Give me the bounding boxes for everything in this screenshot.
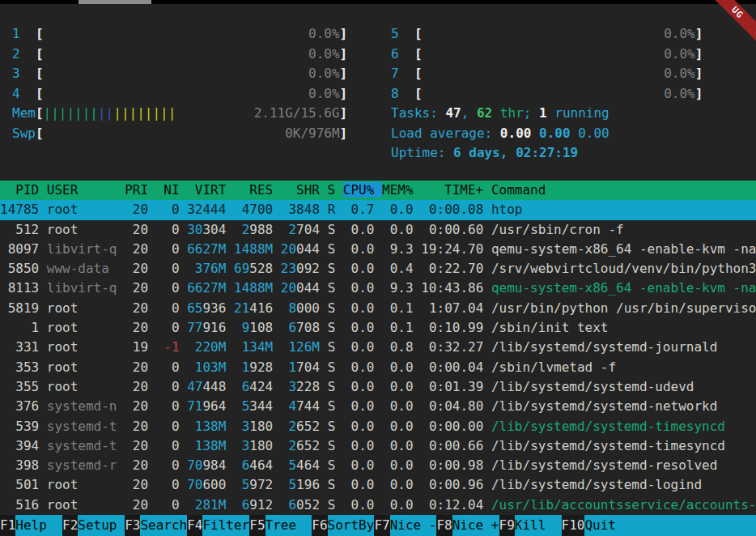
fkey-f5-tree[interactable]: F5Tree: [249, 515, 312, 536]
cpu-meter-6: 6 [ 0.0%]: [391, 45, 703, 65]
top-bar: [0, 0, 756, 4]
process-row-1[interactable]: 1 root 20 0 77916 9108 6708 S 0.0 0.1 0:…: [0, 318, 756, 338]
cpu-meter-2: 2 [ 0.0%]: [12, 45, 347, 65]
fkey-action-label: Setup: [78, 515, 125, 536]
fkey-key-label: F9: [499, 515, 515, 536]
process-row-8113[interactable]: 8113 libvirt-q 20 0 6627M 1488M 20044 S …: [0, 279, 756, 298]
htop-screen: UG 1 [ 0.0%]2 [ 0.0%]3 [ 0.0%]4 [ 0.0%]M…: [0, 0, 756, 536]
tab-indicator[interactable]: [79, 0, 151, 4]
uptime: Uptime: 6 days, 02:27:19: [391, 143, 703, 164]
fkey-f1-help[interactable]: F1Help: [0, 515, 62, 536]
tasks-summary: Tasks: 47, 62 thr; 1 running: [391, 104, 703, 124]
fkey-bar-filler: [616, 515, 756, 536]
column-headers-right[interactable]: MEM% TIME+ Command: [382, 182, 546, 198]
cpu-stats-meters-right: 5 [ 0.0%]6 [ 0.0%]7 [ 0.0%]8 [ 0.0%]Task…: [391, 24, 703, 164]
fkey-key-label: F10: [562, 515, 585, 536]
process-row-331[interactable]: 331 root 19 -1 220M 134M 126M S 0.0 0.8 …: [0, 338, 756, 357]
process-row-376[interactable]: 376 systemd-n 20 0 71964 5344 4744 S 0.0…: [0, 397, 756, 416]
debug-ribbon: UG: [701, 0, 756, 49]
process-row-355[interactable]: 355 root 20 0 47448 6424 3228 S 0.0 0.0 …: [0, 377, 756, 397]
fkey-key-label: F7: [374, 515, 389, 536]
fkey-key-label: F8: [436, 515, 452, 536]
debug-ribbon-text: UG: [729, 5, 745, 21]
process-row-394[interactable]: 394 systemd-t 20 0 138M 3180 2652 S 0.0 …: [0, 436, 756, 456]
process-row-398[interactable]: 398 systemd-r 20 0 70984 6464 5464 S 0.0…: [0, 456, 756, 475]
process-row-5819[interactable]: 5819 root 20 0 65936 21416 8000 S 0.0 0.…: [0, 299, 756, 318]
fkey-key-label: F4: [187, 515, 202, 536]
fkey-f4-filter[interactable]: F4Filter: [187, 515, 249, 536]
process-row-539[interactable]: 539 systemd-t 20 0 138M 3180 2652 S 0.0 …: [0, 417, 756, 436]
fkey-action-label: Nice -: [390, 515, 437, 536]
fkey-action-label: Tree: [265, 515, 312, 536]
swap-meter: Swp[ 0K/976M]: [12, 124, 347, 144]
fkey-key-label: F6: [312, 515, 327, 536]
process-row-8097[interactable]: 8097 libvirt-q 20 0 6627M 1488M 20044 S …: [0, 240, 756, 259]
process-row-353[interactable]: 353 root 20 0 103M 1928 1704 S 0.0 0.0 0…: [0, 358, 756, 377]
fkey-action-label: Kill: [515, 515, 562, 536]
fkey-f9-kill[interactable]: F9Kill: [499, 515, 562, 536]
cpu-meter-7: 7 [ 0.0%]: [391, 64, 703, 84]
fkey-action-label: Search: [140, 515, 187, 536]
cpu-meter-5: 5 [ 0.0%]: [391, 24, 703, 45]
fkey-f7-nice-minus[interactable]: F7Nice -: [374, 515, 436, 536]
load-average: Load average: 0.00 0.00 0.00: [391, 124, 703, 144]
cpu-meter-8: 8 [ 0.0%]: [391, 84, 703, 104]
fkey-f8-nice-plus[interactable]: F8Nice +: [436, 515, 499, 536]
fkey-action-label: Nice +: [452, 515, 499, 536]
function-key-bar: F1Help F2Setup F3SearchF4FilterF5Tree F6…: [0, 515, 756, 536]
process-table-header: PID USER PRI NI VIRT RES SHR S CPU% MEM%…: [0, 181, 756, 200]
fkey-f10-quit[interactable]: F10Quit: [562, 515, 616, 536]
fkey-key-label: F1: [0, 515, 15, 536]
fkey-action-label: Filter: [202, 515, 249, 536]
fkey-key-label: F2: [62, 515, 78, 536]
fkey-key-label: F3: [125, 515, 140, 536]
fkey-action-label: Quit: [584, 515, 616, 536]
cpu-meter-4: 4 [ 0.0%]: [12, 84, 347, 104]
process-row-14785[interactable]: 14785 root 20 0 32444 4700 3848 R 0.7 0.…: [0, 200, 756, 219]
cpu-memory-meters-left: 1 [ 0.0%]2 [ 0.0%]3 [ 0.0%]4 [ 0.0%]Mem[…: [12, 24, 347, 143]
fkey-action-label: SortBy: [328, 515, 375, 536]
process-table: PID USER PRI NI VIRT RES SHR S CPU% MEM%…: [0, 181, 756, 515]
sort-column-cpu[interactable]: CPU%: [343, 182, 382, 198]
fkey-action-label: Help: [15, 515, 62, 536]
column-headers[interactable]: PID USER PRI NI VIRT RES SHR S: [0, 182, 343, 198]
process-row-516[interactable]: 516 root 20 0 281M 6912 6052 S 0.0 0.0 0…: [0, 496, 756, 515]
fkey-f6-sortby[interactable]: F6SortBy: [312, 515, 374, 536]
process-row-512[interactable]: 512 root 20 0 30304 2988 2704 S 0.0 0.0 …: [0, 220, 756, 240]
memory-meter: Mem[||||||||||||||||| 2.11G/15.6G]: [12, 104, 347, 124]
fkey-f3-search[interactable]: F3Search: [125, 515, 187, 536]
fkey-key-label: F5: [249, 515, 265, 536]
process-row-501[interactable]: 501 root 20 0 70600 5972 5196 S 0.0 0.0 …: [0, 475, 756, 495]
fkey-f2-setup[interactable]: F2Setup: [62, 515, 125, 536]
cpu-meter-3: 3 [ 0.0%]: [12, 64, 347, 84]
process-row-5850[interactable]: 5850 www-data 20 0 376M 69528 23092 S 0.…: [0, 259, 756, 279]
cpu-meter-1: 1 [ 0.0%]: [12, 24, 347, 45]
process-table-rows: 14785 root 20 0 32444 4700 3848 R 0.7 0.…: [0, 200, 756, 515]
